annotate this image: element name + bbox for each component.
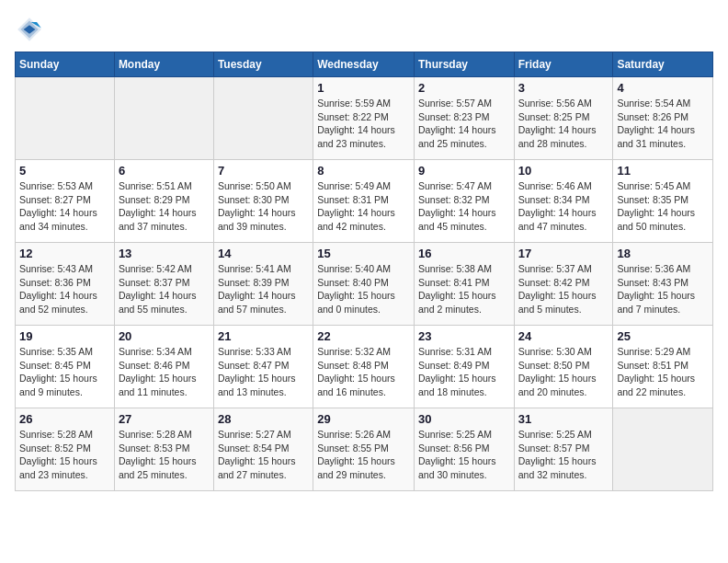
day-info: Sunrise: 5:42 AM Sunset: 8:37 PM Dayligh… [119,262,210,316]
day-number: 24 [518,329,609,343]
day-info: Sunrise: 5:30 AM Sunset: 8:50 PM Dayligh… [518,345,609,399]
calendar-header: SundayMondayTuesdayWednesdayThursdayFrid… [16,52,713,77]
calendar-table: SundayMondayTuesdayWednesdayThursdayFrid… [15,52,713,491]
calendar-cell: 30Sunrise: 5:25 AM Sunset: 8:56 PM Dayli… [414,408,514,491]
day-info: Sunrise: 5:25 AM Sunset: 8:56 PM Dayligh… [418,428,510,482]
day-info: Sunrise: 5:34 AM Sunset: 8:46 PM Dayligh… [119,345,210,399]
calendar-cell: 11Sunrise: 5:45 AM Sunset: 8:35 PM Dayli… [613,160,713,243]
day-number: 20 [119,329,210,343]
day-info: Sunrise: 5:57 AM Sunset: 8:23 PM Dayligh… [418,97,510,151]
calendar-cell: 29Sunrise: 5:26 AM Sunset: 8:55 PM Dayli… [313,408,415,491]
day-info: Sunrise: 5:32 AM Sunset: 8:48 PM Dayligh… [317,345,410,399]
day-number: 6 [119,164,210,178]
weekday-saturday: Saturday [613,52,713,77]
day-info: Sunrise: 5:41 AM Sunset: 8:39 PM Dayligh… [218,262,309,316]
day-info: Sunrise: 5:49 AM Sunset: 8:31 PM Dayligh… [317,179,410,234]
weekday-thursday: Thursday [414,52,514,77]
calendar-week-3: 19Sunrise: 5:35 AM Sunset: 8:45 PM Dayli… [16,326,713,408]
calendar-cell: 19Sunrise: 5:35 AM Sunset: 8:45 PM Dayli… [16,326,115,408]
day-info: Sunrise: 5:54 AM Sunset: 8:26 PM Dayligh… [617,97,709,151]
calendar-cell: 9Sunrise: 5:47 AM Sunset: 8:32 PM Daylig… [414,160,514,243]
day-info: Sunrise: 5:33 AM Sunset: 8:47 PM Dayligh… [218,345,309,399]
calendar-cell: 24Sunrise: 5:30 AM Sunset: 8:50 PM Dayli… [514,326,613,408]
calendar-cell: 28Sunrise: 5:27 AM Sunset: 8:54 PM Dayli… [213,408,313,491]
calendar-cell: 5Sunrise: 5:53 AM Sunset: 8:27 PM Daylig… [16,160,115,243]
weekday-header-row: SundayMondayTuesdayWednesdayThursdayFrid… [16,52,713,77]
calendar-cell: 18Sunrise: 5:36 AM Sunset: 8:43 PM Dayli… [613,243,713,326]
calendar-cell: 3Sunrise: 5:56 AM Sunset: 8:25 PM Daylig… [514,77,613,160]
page-header [15,15,713,44]
day-number: 10 [518,164,609,178]
calendar-body: 1Sunrise: 5:59 AM Sunset: 8:22 PM Daylig… [16,77,713,491]
day-number: 26 [19,412,110,426]
day-number: 3 [518,81,609,95]
day-number: 13 [119,247,210,260]
day-info: Sunrise: 5:46 AM Sunset: 8:34 PM Dayligh… [518,179,609,234]
day-info: Sunrise: 5:29 AM Sunset: 8:51 PM Dayligh… [617,345,709,399]
day-number: 1 [317,81,410,95]
day-info: Sunrise: 5:59 AM Sunset: 8:22 PM Dayligh… [317,97,410,151]
day-info: Sunrise: 5:28 AM Sunset: 8:53 PM Dayligh… [119,428,210,482]
calendar-week-2: 12Sunrise: 5:43 AM Sunset: 8:36 PM Dayli… [16,243,713,326]
calendar-cell [16,77,115,160]
calendar-cell: 27Sunrise: 5:28 AM Sunset: 8:53 PM Dayli… [114,408,213,491]
day-number: 18 [617,247,709,260]
day-info: Sunrise: 5:56 AM Sunset: 8:25 PM Dayligh… [518,97,609,151]
weekday-friday: Friday [514,52,613,77]
day-number: 27 [119,412,210,426]
calendar-cell: 12Sunrise: 5:43 AM Sunset: 8:36 PM Dayli… [16,243,115,326]
day-info: Sunrise: 5:53 AM Sunset: 8:27 PM Dayligh… [19,179,110,234]
calendar-cell: 23Sunrise: 5:31 AM Sunset: 8:49 PM Dayli… [414,326,514,408]
calendar-cell: 4Sunrise: 5:54 AM Sunset: 8:26 PM Daylig… [613,77,713,160]
calendar-cell: 21Sunrise: 5:33 AM Sunset: 8:47 PM Dayli… [213,326,313,408]
calendar-cell: 20Sunrise: 5:34 AM Sunset: 8:46 PM Dayli… [114,326,213,408]
calendar-cell: 26Sunrise: 5:28 AM Sunset: 8:52 PM Dayli… [16,408,115,491]
day-info: Sunrise: 5:31 AM Sunset: 8:49 PM Dayligh… [418,345,510,399]
day-number: 16 [418,247,510,260]
day-number: 23 [418,329,510,343]
weekday-tuesday: Tuesday [213,52,313,77]
day-number: 12 [19,247,110,260]
day-info: Sunrise: 5:51 AM Sunset: 8:29 PM Dayligh… [119,179,210,234]
day-number: 17 [518,247,609,260]
day-number: 14 [218,247,309,260]
day-number: 29 [317,412,410,426]
day-number: 19 [19,329,110,343]
calendar-cell: 8Sunrise: 5:49 AM Sunset: 8:31 PM Daylig… [313,160,415,243]
day-info: Sunrise: 5:28 AM Sunset: 8:52 PM Dayligh… [19,428,110,482]
day-info: Sunrise: 5:26 AM Sunset: 8:55 PM Dayligh… [317,428,410,482]
day-info: Sunrise: 5:37 AM Sunset: 8:42 PM Dayligh… [518,262,609,316]
day-number: 28 [218,412,309,426]
calendar-cell: 17Sunrise: 5:37 AM Sunset: 8:42 PM Dayli… [514,243,613,326]
weekday-sunday: Sunday [16,52,115,77]
calendar-cell: 10Sunrise: 5:46 AM Sunset: 8:34 PM Dayli… [514,160,613,243]
weekday-monday: Monday [114,52,213,77]
day-number: 15 [317,247,410,260]
day-info: Sunrise: 5:27 AM Sunset: 8:54 PM Dayligh… [218,428,309,482]
calendar-cell: 2Sunrise: 5:57 AM Sunset: 8:23 PM Daylig… [414,77,514,160]
calendar-cell [613,408,713,491]
day-info: Sunrise: 5:40 AM Sunset: 8:40 PM Dayligh… [317,262,410,316]
day-number: 31 [518,412,609,426]
calendar-week-4: 26Sunrise: 5:28 AM Sunset: 8:52 PM Dayli… [16,408,713,491]
calendar-cell: 1Sunrise: 5:59 AM Sunset: 8:22 PM Daylig… [313,77,415,160]
day-number: 5 [19,164,110,178]
calendar-cell: 13Sunrise: 5:42 AM Sunset: 8:37 PM Dayli… [114,243,213,326]
day-number: 7 [218,164,309,178]
day-info: Sunrise: 5:36 AM Sunset: 8:43 PM Dayligh… [617,262,709,316]
day-info: Sunrise: 5:50 AM Sunset: 8:30 PM Dayligh… [218,179,309,234]
logo [15,15,48,44]
day-info: Sunrise: 5:35 AM Sunset: 8:45 PM Dayligh… [19,345,110,399]
day-number: 25 [617,329,709,343]
calendar-cell: 6Sunrise: 5:51 AM Sunset: 8:29 PM Daylig… [114,160,213,243]
day-info: Sunrise: 5:45 AM Sunset: 8:35 PM Dayligh… [617,179,709,234]
day-info: Sunrise: 5:43 AM Sunset: 8:36 PM Dayligh… [19,262,110,316]
day-info: Sunrise: 5:25 AM Sunset: 8:57 PM Dayligh… [518,428,609,482]
day-number: 2 [418,81,510,95]
day-number: 8 [317,164,410,178]
day-info: Sunrise: 5:47 AM Sunset: 8:32 PM Dayligh… [418,179,510,234]
logo-icon [15,15,44,44]
calendar-cell [213,77,313,160]
calendar-cell: 14Sunrise: 5:41 AM Sunset: 8:39 PM Dayli… [213,243,313,326]
calendar-week-1: 5Sunrise: 5:53 AM Sunset: 8:27 PM Daylig… [16,160,713,243]
